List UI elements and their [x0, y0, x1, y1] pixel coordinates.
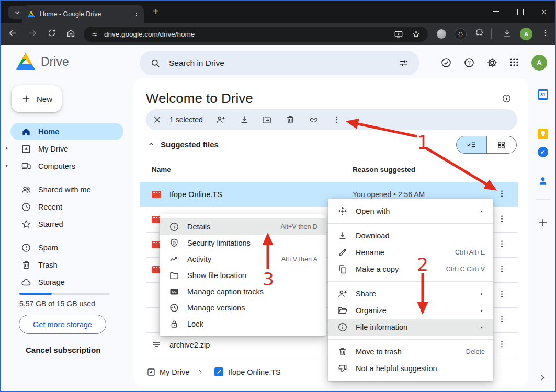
address-bar[interactable]: drive.google.com/drive/home — [84, 27, 428, 42]
sidebar-item-starred[interactable]: Starred — [10, 215, 123, 233]
sidebar-item-recent[interactable]: Recent — [10, 198, 123, 215]
sidebar-item-storage[interactable]: Storage — [10, 273, 123, 291]
contacts-icon[interactable] — [538, 176, 548, 186]
download-icon[interactable] — [239, 114, 249, 125]
new-tab-button[interactable]: + — [150, 6, 162, 18]
menu-item-lock[interactable]: Lock — [160, 316, 326, 332]
browser-menu-icon[interactable] — [541, 28, 550, 38]
submenu-arrow-icon — [478, 324, 485, 331]
submenu-arrow-icon — [478, 208, 485, 215]
offline-status-icon[interactable] — [440, 57, 452, 68]
trash-icon[interactable] — [285, 114, 296, 125]
row-more-actions-icon[interactable] — [497, 315, 506, 324]
closed-captions-icon — [169, 286, 179, 297]
list-view-button[interactable] — [457, 136, 486, 153]
menu-item-move-to-trash[interactable]: Move to trash Delete — [328, 343, 493, 360]
tasks-icon[interactable]: ✓ — [538, 147, 548, 157]
selected-count-label: 1 selected — [169, 116, 203, 124]
tab-close-icon[interactable] — [132, 11, 139, 18]
help-icon[interactable] — [463, 57, 475, 68]
calendar-icon[interactable]: 31 — [538, 89, 548, 100]
sidebar-item-label: Recent — [38, 203, 62, 211]
expand-caret-icon[interactable] — [4, 163, 10, 169]
more-actions-icon[interactable] — [332, 115, 342, 124]
menu-item-show-file-location[interactable]: Show file location — [160, 267, 326, 283]
google-apps-grid-icon[interactable] — [509, 57, 519, 67]
menu-item-rename[interactable]: Rename Ctrl+Alt+E — [328, 244, 493, 261]
browser-home-icon[interactable] — [66, 28, 76, 38]
settings-gear-icon[interactable] — [486, 57, 498, 68]
menu-item-make-a-copy[interactable]: Make a copy Ctrl+C Ctrl+V — [328, 261, 493, 278]
page-info-icon[interactable] — [502, 94, 512, 103]
extension-ball-icon[interactable] — [437, 29, 446, 39]
minimize-button[interactable] — [484, 1, 508, 22]
account-avatar[interactable]: A — [531, 55, 547, 71]
menu-item-file-information[interactable]: File information — [328, 319, 493, 336]
clear-selection-icon[interactable] — [152, 115, 162, 125]
toolbar-divider — [491, 28, 492, 39]
breadcrumb-location[interactable]: My Drive — [160, 368, 189, 376]
computers-icon — [21, 161, 31, 171]
row-more-actions-icon[interactable] — [497, 214, 506, 223]
column-header-name[interactable]: Name — [152, 166, 171, 174]
row-more-actions-icon[interactable] — [497, 189, 506, 198]
sidebar-item-computers[interactable]: Computers — [10, 157, 123, 175]
maximize-button[interactable] — [508, 1, 532, 22]
storage-progress-bar — [19, 293, 110, 295]
expand-caret-icon[interactable] — [4, 145, 10, 152]
menu-item-not-helpful-suggestion[interactable]: Not a helpful suggestion — [328, 360, 493, 377]
menu-item-share[interactable]: Share — [328, 285, 493, 302]
row-more-actions-icon[interactable] — [497, 239, 506, 248]
menu-item-details[interactable]: Details Alt+V then D — [160, 218, 326, 235]
bookmark-star-icon[interactable] — [412, 30, 421, 39]
search-icon[interactable] — [150, 58, 161, 68]
row-more-actions-icon[interactable] — [497, 290, 506, 298]
browser-tab[interactable]: Home - Google Drive — [22, 5, 144, 23]
sidebar-item-home[interactable]: Home — [10, 123, 123, 140]
menu-item-manage-caption-tracks[interactable]: Manage caption tracks — [160, 283, 326, 299]
add-apps-icon[interactable] — [537, 217, 549, 228]
menu-item-open-with[interactable]: Open with — [328, 203, 493, 220]
url-text[interactable]: drive.google.com/drive/home — [104, 30, 394, 38]
sidebar-item-trash[interactable]: Trash — [10, 256, 123, 273]
collapse-section-icon[interactable] — [147, 140, 155, 148]
search-options-icon[interactable] — [399, 58, 409, 68]
section-header[interactable]: Suggested files — [161, 140, 219, 149]
menu-item-activity[interactable]: Activity Alt+V then A — [160, 251, 326, 267]
extension-braces-icon[interactable]: { } — [455, 28, 467, 40]
keep-icon[interactable] — [538, 129, 548, 139]
reload-icon[interactable] — [47, 28, 56, 38]
sidebar-item-spam[interactable]: Spam — [10, 239, 123, 256]
get-more-storage-button[interactable]: Get more storage — [19, 315, 106, 334]
shared-people-icon — [21, 185, 31, 195]
back-icon[interactable] — [8, 28, 18, 38]
selected-file-icon — [214, 367, 223, 376]
hide-side-panel-icon[interactable] — [538, 373, 547, 382]
extensions-puzzle-icon[interactable] — [474, 28, 484, 38]
column-header-reason[interactable]: Reason suggested — [353, 166, 415, 174]
row-more-actions-icon[interactable] — [497, 340, 506, 349]
grid-view-icon — [497, 141, 506, 149]
share-person-add-icon[interactable] — [215, 114, 226, 125]
row-more-actions-icon[interactable] — [497, 264, 506, 273]
copy-link-icon[interactable] — [309, 114, 319, 125]
menu-item-security-limitations[interactable]: Security limitations — [160, 235, 326, 251]
menu-item-organize[interactable]: Organize — [328, 302, 493, 319]
move-to-folder-icon[interactable] — [262, 114, 272, 125]
browser-profile-avatar[interactable]: A — [520, 28, 532, 40]
menu-item-download[interactable]: Download — [328, 227, 493, 244]
breadcrumb-file-name[interactable]: Ifope Online.TS — [228, 368, 281, 376]
sidebar-item-my-drive[interactable]: My Drive — [10, 140, 123, 157]
downloads-icon[interactable] — [502, 28, 513, 39]
menu-item-manage-versions[interactable]: Manage versions — [160, 299, 326, 316]
folder-icon — [169, 270, 179, 281]
grid-view-button[interactable] — [486, 136, 517, 153]
close-button[interactable] — [532, 1, 556, 22]
sidebar-item-shared-with-me[interactable]: Shared with me — [10, 181, 123, 198]
cancel-subscription-link[interactable]: Cancel subscription — [26, 345, 100, 354]
forward-icon[interactable] — [28, 28, 38, 38]
new-button[interactable]: New — [12, 85, 62, 112]
site-settings-icon[interactable] — [90, 30, 99, 39]
search-input[interactable]: Search in Drive — [140, 51, 419, 75]
install-app-icon[interactable] — [394, 30, 403, 39]
